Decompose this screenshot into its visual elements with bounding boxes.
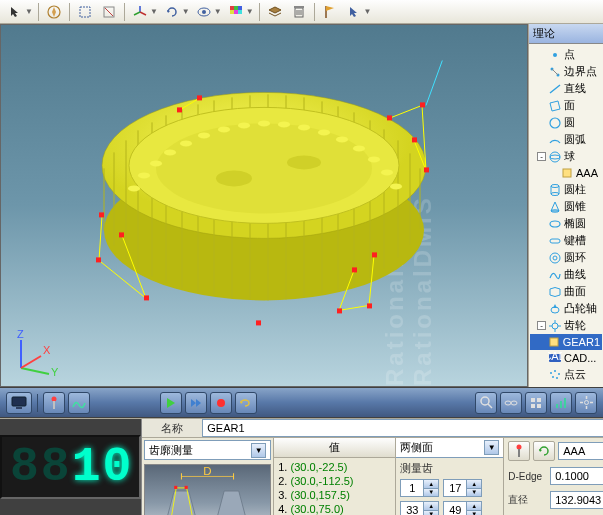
probe-tool-icon[interactable] bbox=[508, 441, 530, 461]
play-icon[interactable] bbox=[160, 392, 182, 414]
value-item[interactable]: 4. (30.0,75.0) bbox=[278, 502, 391, 515]
tree-item-item[interactable]: GEAR1 bbox=[530, 334, 602, 350]
tree-item-cad[interactable]: CADCAD... bbox=[530, 350, 602, 366]
svg-point-125 bbox=[481, 397, 489, 405]
refresh-icon[interactable] bbox=[533, 441, 555, 461]
svg-rect-75 bbox=[372, 252, 377, 257]
flag-icon[interactable] bbox=[319, 2, 341, 22]
side-select[interactable]: 两侧面 ▼ bbox=[396, 438, 503, 458]
eye-icon[interactable] bbox=[193, 2, 215, 22]
link-icon[interactable] bbox=[500, 392, 522, 414]
svg-rect-69 bbox=[144, 295, 149, 300]
spin-up-icon[interactable]: ▲ bbox=[466, 480, 481, 489]
circle-icon bbox=[548, 116, 562, 130]
tree-item-label: CAD... bbox=[564, 352, 596, 364]
d-edge-input[interactable] bbox=[550, 467, 603, 485]
scan-icon[interactable] bbox=[68, 392, 90, 414]
axis-icon[interactable] bbox=[129, 2, 151, 22]
svg-line-91 bbox=[552, 69, 558, 75]
tree-item-plane[interactable]: 面 bbox=[530, 97, 602, 114]
tree-item-cam[interactable]: 凸轮轴 bbox=[530, 300, 602, 317]
tree-item-line[interactable]: 直线 bbox=[530, 80, 602, 97]
value-item[interactable]: 3. (30.0,157.5) bbox=[278, 488, 391, 502]
svg-line-6 bbox=[134, 12, 140, 15]
dropdown-arrow-icon[interactable]: ▼ bbox=[25, 7, 33, 16]
tree-item-cyl[interactable]: 圆柱 bbox=[530, 181, 602, 198]
chart-icon[interactable] bbox=[550, 392, 572, 414]
rotate-icon[interactable] bbox=[161, 2, 183, 22]
tree-item-slot[interactable]: 键槽 bbox=[530, 232, 602, 249]
tree-item-point[interactable]: 点 bbox=[530, 46, 602, 63]
spin-up-icon[interactable]: ▲ bbox=[423, 502, 438, 511]
probe-icon[interactable] bbox=[43, 392, 65, 414]
gear-model bbox=[74, 60, 454, 340]
tree-item-surf[interactable]: 曲面 bbox=[530, 283, 602, 300]
compass-icon[interactable] bbox=[43, 2, 65, 22]
tree-item-cone[interactable]: 圆锥 bbox=[530, 198, 602, 215]
search-icon[interactable] bbox=[475, 392, 497, 414]
tree-item-sphere[interactable]: -球 bbox=[530, 148, 602, 165]
diameter-input[interactable] bbox=[550, 491, 603, 509]
spin-4[interactable]: ▲▼ bbox=[443, 501, 482, 515]
fast-forward-icon[interactable] bbox=[185, 392, 207, 414]
spin-down-icon[interactable]: ▼ bbox=[466, 489, 481, 497]
palette-icon[interactable] bbox=[225, 2, 247, 22]
svg-point-93 bbox=[550, 118, 560, 128]
tree-item-label: 圆环 bbox=[564, 250, 586, 265]
spin-up-icon[interactable]: ▲ bbox=[466, 502, 481, 511]
deselect-icon[interactable] bbox=[98, 2, 120, 22]
spin-1[interactable]: ▲▼ bbox=[400, 479, 439, 497]
spin-2[interactable]: ▲▼ bbox=[443, 479, 482, 497]
spin-3[interactable]: ▲▼ bbox=[400, 501, 439, 515]
svg-point-59 bbox=[298, 124, 310, 130]
tree-expander[interactable]: - bbox=[537, 152, 546, 161]
monitor-icon[interactable] bbox=[6, 392, 32, 414]
loop-icon[interactable] bbox=[235, 392, 257, 414]
spin-down-icon[interactable]: ▼ bbox=[423, 489, 438, 497]
tree-item-torus[interactable]: 圆环 bbox=[530, 249, 602, 266]
tree-item-item[interactable]: AAA bbox=[530, 165, 602, 181]
tree-item-circle[interactable]: 圆 bbox=[530, 114, 602, 131]
tree-item-arc[interactable]: 圆弧 bbox=[530, 131, 602, 148]
tree-item-edge[interactable]: 边界点 bbox=[530, 63, 602, 80]
spin-down-icon[interactable]: ▼ bbox=[466, 511, 481, 516]
tree-item-label: 曲面 bbox=[564, 284, 586, 299]
reference-select[interactable]: AAA ▼ bbox=[558, 442, 603, 460]
dropdown-arrow-icon[interactable]: ▼ bbox=[150, 7, 158, 16]
svg-line-66 bbox=[426, 60, 446, 105]
tree-item-cloud[interactable]: 点云 bbox=[530, 366, 602, 383]
tree-item-curve[interactable]: 曲线 bbox=[530, 266, 602, 283]
value-item[interactable]: 1. (30.0,-22.5) bbox=[278, 460, 391, 474]
dropdown-arrow-icon[interactable]: ▼ bbox=[364, 7, 372, 16]
layers-icon[interactable] bbox=[264, 2, 286, 22]
trash-icon[interactable] bbox=[288, 2, 310, 22]
tree-item-gear[interactable]: -齿轮 bbox=[530, 317, 602, 334]
dropdown-arrow-icon[interactable]: ▼ bbox=[246, 7, 254, 16]
svg-point-94 bbox=[550, 152, 560, 162]
tree-item-label: 边界点 bbox=[564, 64, 597, 79]
reference-value: AAA bbox=[563, 445, 585, 457]
settings-icon[interactable] bbox=[575, 392, 597, 414]
grid-icon[interactable] bbox=[525, 392, 547, 414]
pointer-select-icon[interactable] bbox=[343, 2, 365, 22]
spin-up-icon[interactable]: ▲ bbox=[423, 480, 438, 489]
name-input[interactable] bbox=[202, 419, 603, 437]
dropdown-arrow-icon[interactable]: ▼ bbox=[182, 7, 190, 16]
arc-icon bbox=[548, 133, 562, 147]
cursor-tool[interactable] bbox=[4, 2, 26, 22]
svg-point-119 bbox=[556, 377, 558, 379]
spin-down-icon[interactable]: ▼ bbox=[423, 511, 438, 516]
tree-expander[interactable]: - bbox=[537, 321, 546, 330]
feature-tree[interactable]: 点边界点直线面圆圆弧-球AAA圆柱圆锥椭圆键槽圆环曲线曲面凸轮轴-齿轮GEAR1… bbox=[529, 44, 603, 385]
svg-point-107 bbox=[552, 323, 558, 329]
value-item[interactable]: 2. (30.0,-112.5) bbox=[278, 474, 391, 488]
svg-rect-103 bbox=[550, 239, 560, 243]
record-icon[interactable] bbox=[210, 392, 232, 414]
measure-mode-select[interactable]: 齿廓测量 ▼ bbox=[144, 440, 271, 460]
dropdown-arrow-icon[interactable]: ▼ bbox=[214, 7, 222, 16]
3d-viewport[interactable]: RationalDMIS RationalDMIS bbox=[0, 24, 528, 387]
svg-point-48 bbox=[287, 155, 321, 169]
svg-rect-112 bbox=[550, 338, 558, 346]
tree-item-ellipse[interactable]: 椭圆 bbox=[530, 215, 602, 232]
select-box-icon[interactable] bbox=[74, 2, 96, 22]
